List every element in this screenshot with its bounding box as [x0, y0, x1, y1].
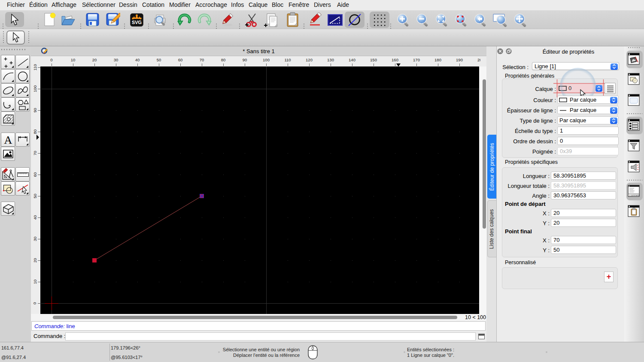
- svg-text:A: A: [4, 134, 12, 146]
- svg-text:SVG: SVG: [132, 20, 142, 25]
- svg-text:c command: c command: [629, 194, 640, 196]
